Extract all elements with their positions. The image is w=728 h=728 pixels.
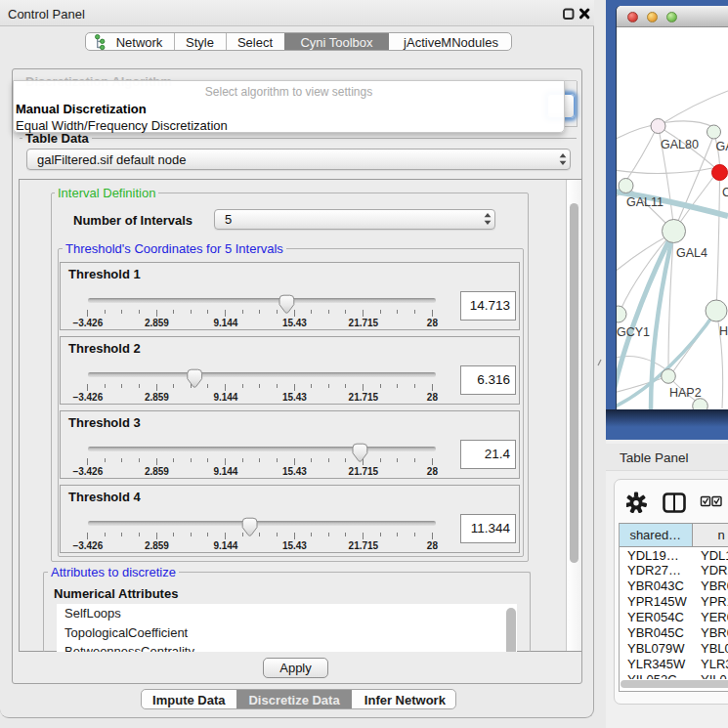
- svg-text:GCY1: GCY1: [617, 325, 650, 339]
- svg-text:GAL11: GAL11: [626, 195, 664, 209]
- svg-text:GAL4: GAL4: [676, 246, 707, 260]
- svg-text:GAL80: GAL80: [661, 138, 699, 151]
- svg-text:GA: GA: [716, 140, 728, 153]
- svg-text:HAP2: HAP2: [669, 386, 702, 400]
- svg-text:C: C: [722, 186, 728, 199]
- svg-text:H: H: [719, 324, 728, 338]
